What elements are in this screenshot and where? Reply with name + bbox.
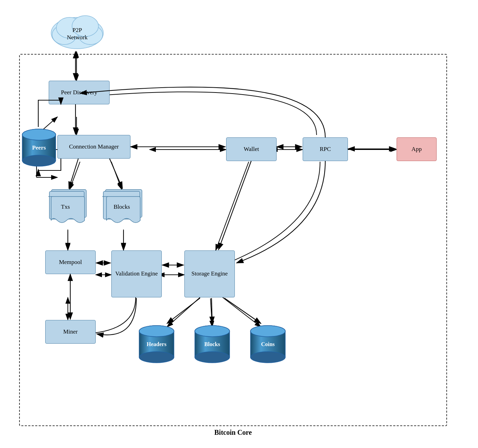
svg-text:Blocks: Blocks: [204, 341, 220, 347]
svg-text:Headers: Headers: [147, 341, 167, 347]
svg-point-48: [195, 326, 230, 337]
svg-text:Network: Network: [67, 34, 88, 41]
svg-point-47: [195, 352, 230, 363]
validation-engine-box: Validation Engine: [111, 250, 162, 297]
svg-point-26: [72, 16, 98, 37]
p2p-network-cloud: P2P Network: [45, 7, 110, 52]
svg-text:Peers: Peers: [32, 144, 46, 151]
headers-db: Headers: [137, 323, 176, 365]
connection-manager-box: Connection Manager: [57, 135, 130, 159]
rpc-box: RPC: [303, 137, 348, 161]
miner-box: Miner: [45, 320, 96, 344]
blocks-db: Blocks: [193, 323, 231, 365]
app-box: App: [397, 137, 437, 161]
blocks-stack: Blocks: [99, 188, 148, 231]
svg-point-32: [22, 129, 56, 140]
svg-text:Coins: Coins: [261, 341, 274, 347]
svg-text:P2P: P2P: [72, 27, 82, 33]
svg-point-43: [139, 326, 174, 337]
svg-point-42: [139, 352, 174, 363]
peers-db: Peers: [21, 127, 57, 169]
svg-point-52: [250, 352, 285, 363]
peer-discovery-box: Peer Discovery: [49, 81, 110, 104]
bitcoin-core-label: Bitcoin Core: [214, 429, 252, 437]
wallet-box: Wallet: [226, 137, 277, 161]
svg-point-53: [250, 326, 285, 337]
svg-text:Txs: Txs: [61, 203, 70, 210]
svg-point-31: [22, 155, 56, 166]
mempool-box: Mempool: [45, 250, 96, 274]
diagram-container: Bitcoin Core: [0, 0, 478, 448]
bitcoin-core-box: Bitcoin Core: [19, 54, 447, 426]
storage-engine-box: Storage Engine: [184, 250, 235, 297]
txs-stack: Txs: [45, 188, 90, 231]
svg-text:Blocks: Blocks: [113, 203, 130, 210]
coins-db: Coins: [249, 323, 287, 365]
